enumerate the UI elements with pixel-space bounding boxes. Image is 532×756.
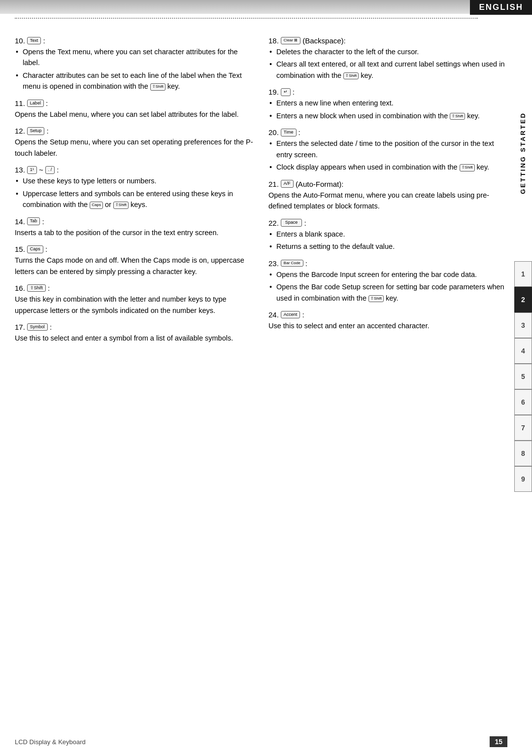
two-columns: 10. Text : Opens the Text menu, where yo… bbox=[15, 36, 507, 351]
key-space: Space bbox=[281, 219, 302, 227]
key-shift-inline3: ⇧Shift bbox=[343, 72, 359, 79]
key-time: Time bbox=[281, 129, 297, 137]
list-item: Enters a new block when used in combinat… bbox=[268, 110, 507, 121]
section-12-body: Opens the Setup menu, where you can set … bbox=[15, 137, 254, 159]
section-14-body: Inserts a tab to the position of the cur… bbox=[15, 227, 254, 238]
chapter-tab-9[interactable]: 9 bbox=[514, 466, 532, 492]
list-item: Use these keys to type letters or number… bbox=[15, 175, 254, 186]
key-setup: Setup bbox=[27, 127, 45, 135]
section-19-header: 19. ↵ : bbox=[268, 88, 507, 96]
section-17-header: 17. Symbol : bbox=[15, 323, 254, 331]
footer-description: LCD Display & Keyboard bbox=[15, 738, 86, 746]
left-column: 10. Text : Opens the Text menu, where yo… bbox=[15, 36, 254, 351]
key-af: A/F bbox=[281, 180, 294, 188]
section-17-body: Use this to select and enter a symbol fr… bbox=[15, 333, 254, 344]
chapter-tab-7[interactable]: 7 bbox=[514, 415, 532, 441]
chapter-tab-6[interactable]: 6 bbox=[514, 389, 532, 415]
section-13-header: 13. 1¹ ~ . / : bbox=[15, 166, 254, 174]
section-19-list: Enters a new line when entering text. En… bbox=[268, 98, 507, 121]
section-23-list: Opens the Barcode Input screen for enter… bbox=[268, 269, 507, 304]
section-18: 18. Clear ⊠ (Backspace): Deletes the cha… bbox=[268, 36, 507, 81]
key-enter: ↵ bbox=[281, 88, 291, 96]
list-item: Opens the Barcode Input screen for enter… bbox=[268, 269, 507, 280]
key-shift-inline4: ⇧Shift bbox=[450, 113, 465, 120]
section-20: 20. Time : Enters the selected date / ti… bbox=[268, 128, 507, 172]
section-11-body: Opens the Label menu, where you can set … bbox=[15, 109, 254, 120]
sidebar-getting-started: GETTING STARTED bbox=[513, 49, 532, 256]
section-21: 21. A/F (Auto-Format): Opens the Auto-Fo… bbox=[268, 180, 507, 212]
list-item: Enters a blank space. bbox=[268, 229, 507, 240]
section-23-header: 23. Bar Code : bbox=[268, 259, 507, 268]
section-11: 11. Label : Opens the Label menu, where … bbox=[15, 99, 254, 120]
list-item: Clock display appears when used in combi… bbox=[268, 162, 507, 172]
main-content: 10. Text : Opens the Text menu, where yo… bbox=[15, 30, 507, 736]
right-column: 18. Clear ⊠ (Backspace): Deletes the cha… bbox=[268, 36, 507, 351]
section-14-header: 14. Tab : bbox=[15, 217, 254, 226]
chapter-tab-2[interactable]: 2 bbox=[514, 287, 532, 312]
section-15-header: 15. Caps : bbox=[15, 245, 254, 253]
section-16-header: 16. ⇧Shift : bbox=[15, 284, 254, 292]
list-item: Opens the Bar code Setup screen for sett… bbox=[268, 281, 507, 304]
list-item: Deletes the character to the left of the… bbox=[268, 46, 507, 57]
section-10-list: Opens the Text menu, where you can set c… bbox=[15, 46, 254, 92]
section-16-body: Use this key in combination with the let… bbox=[15, 294, 254, 316]
footer: LCD Display & Keyboard 15 bbox=[15, 736, 507, 747]
section-13-list: Use these keys to type letters or number… bbox=[15, 175, 254, 210]
section-13: 13. 1¹ ~ . / : Use these keys to type le… bbox=[15, 166, 254, 210]
section-18-header: 18. Clear ⊠ (Backspace): bbox=[268, 36, 507, 45]
section-21-body: Opens the Auto-Format menu, where you ca… bbox=[268, 190, 507, 212]
section-14: 14. Tab : Inserts a tab to the position … bbox=[15, 217, 254, 238]
section-15: 15. Caps : Turns the Caps mode on and of… bbox=[15, 245, 254, 277]
section-17: 17. Symbol : Use this to select and ente… bbox=[15, 323, 254, 344]
section-24-header: 24. Accent : bbox=[268, 310, 507, 319]
list-item: Returns a setting to the default value. bbox=[268, 241, 507, 252]
list-item: Uppercase letters and symbols can be ent… bbox=[15, 188, 254, 210]
section-22-header: 22. Space : bbox=[268, 219, 507, 227]
section-11-header: 11. Label : bbox=[15, 99, 254, 107]
section-24: 24. Accent : Use this to select and ente… bbox=[268, 310, 507, 331]
section-23: 23. Bar Code : Opens the Barcode Input s… bbox=[268, 259, 507, 304]
key-accent: Accent bbox=[281, 311, 300, 319]
list-item: Enters a new line when entering text. bbox=[268, 98, 507, 108]
list-item: Enters the selected date / time to the p… bbox=[268, 138, 507, 160]
section-12-header: 12. Setup : bbox=[15, 127, 254, 135]
page-number: 15 bbox=[490, 736, 507, 747]
section-12: 12. Setup : Opens the Setup menu, where … bbox=[15, 127, 254, 159]
key-label: Label bbox=[27, 100, 44, 107]
chapter-tab-4[interactable]: 4 bbox=[514, 338, 532, 364]
section-15-body: Turns the Caps mode on and off. When the… bbox=[15, 255, 254, 277]
key-shift: ⇧Shift bbox=[27, 284, 46, 292]
chapter-tab-5[interactable]: 5 bbox=[514, 364, 532, 389]
chapter-tab-3[interactable]: 3 bbox=[514, 312, 532, 338]
english-badge: ENGLISH bbox=[470, 0, 532, 15]
section-16: 16. ⇧Shift : Use this key in combination… bbox=[15, 284, 254, 316]
chapter-tab-1[interactable]: 1 bbox=[514, 261, 532, 287]
key-barcode: Bar Code bbox=[281, 260, 303, 267]
key-shift-inline2: ⇧Shift bbox=[113, 202, 129, 208]
section-20-header: 20. Time : bbox=[268, 128, 507, 137]
section-21-header: 21. A/F (Auto-Format): bbox=[268, 180, 507, 188]
list-item: Clears all text entered, or all text and… bbox=[268, 59, 507, 81]
section-22: 22. Space : Enters a blank space. Return… bbox=[268, 219, 507, 252]
section-10: 10. Text : Opens the Text menu, where yo… bbox=[15, 36, 254, 92]
list-item: Opens the Text menu, where you can set c… bbox=[15, 46, 254, 69]
key-symbol: Symbol bbox=[27, 323, 48, 331]
section-10-header: 10. Text : bbox=[15, 36, 254, 45]
chapter-tabs: 1 2 3 4 5 6 7 8 9 bbox=[514, 261, 532, 492]
dotted-separator bbox=[15, 18, 478, 19]
key-text: Text bbox=[27, 37, 41, 45]
section-19: 19. ↵ : Enters a new line when entering … bbox=[268, 88, 507, 121]
section-24-body: Use this to select and enter an accented… bbox=[268, 320, 507, 331]
section-18-list: Deletes the character to the left of the… bbox=[268, 46, 507, 81]
key-tab: Tab bbox=[27, 217, 40, 225]
key-clear: Clear ⊠ bbox=[281, 37, 300, 44]
section-20-list: Enters the selected date / time to the p… bbox=[268, 138, 507, 172]
key-caps: Caps bbox=[27, 245, 43, 253]
section-22-list: Enters a blank space. Returns a setting … bbox=[268, 229, 507, 252]
key-caps-inline: Caps bbox=[90, 202, 103, 208]
key-numbers: 1¹ bbox=[27, 166, 37, 174]
list-item: Character attributes can be set to each … bbox=[15, 70, 254, 92]
chapter-tab-8[interactable]: 8 bbox=[514, 441, 532, 466]
key-shift-inline6: ⇧Shift bbox=[368, 295, 384, 302]
key-shift-inline5: ⇧Shift bbox=[460, 164, 475, 171]
